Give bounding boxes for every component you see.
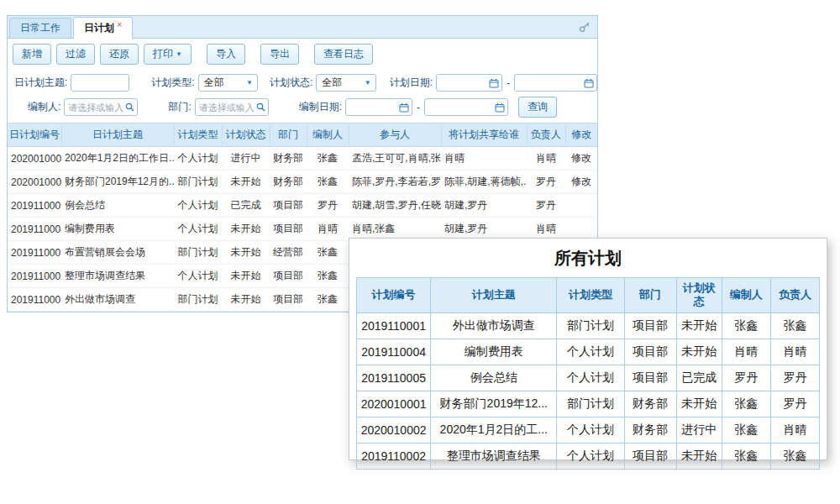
status-select[interactable]: 全部 ▼ (316, 74, 375, 92)
plan-id-link[interactable]: 2019110005 (8, 194, 61, 218)
dept-picker[interactable] (195, 98, 269, 116)
compiler-filter-label: 编制人: (28, 100, 60, 114)
tab-bar: 日常工作 日计划 × (8, 16, 597, 39)
compiler: 张鑫 (722, 443, 770, 469)
compiler: 张鑫 (722, 312, 770, 339)
plan-status: 未开始 (676, 312, 722, 339)
plan-status: 进行中 (222, 147, 270, 171)
col-header-plan-id[interactable]: 日计划编号 (8, 123, 61, 147)
plan-status: 未开始 (222, 288, 270, 312)
compile-date-from-input[interactable] (345, 98, 412, 116)
plan-id-link[interactable]: 2019110002 (8, 265, 61, 288)
col-header-modify[interactable]: 修改 (565, 123, 597, 147)
subject-filter-label: 日计划主题: (14, 76, 67, 90)
plan-type: 个人计划 (174, 265, 222, 288)
compiler: 罗丹 (307, 194, 349, 218)
caret-down-icon: ▼ (176, 51, 182, 58)
plan-type: 部门计划 (174, 288, 222, 312)
subject-input[interactable] (71, 74, 129, 92)
toolbar: 新增 过滤 还原 打印 ▼ 导入 导出 查看日志 (8, 39, 597, 69)
plan-status: 未开始 (676, 391, 722, 417)
col-header-subject[interactable]: 日计划主题 (61, 123, 174, 147)
modify-link[interactable]: 修改 (565, 171, 597, 194)
department: 项目部 (270, 218, 307, 241)
col-header-owner[interactable]: 负责人 (527, 123, 565, 147)
plan-subject-link[interactable]: 财务部门2019年12月的... (61, 171, 174, 194)
plan-subject-link[interactable]: 2020年1月2日的工作日... (61, 147, 174, 171)
plan-subject-link[interactable]: 外出做市场调查 (61, 288, 174, 312)
view-log-button[interactable]: 查看日志 (314, 44, 373, 65)
owner-link[interactable]: 肖晴 (527, 147, 565, 171)
plan-type: 个人计划 (557, 417, 624, 443)
add-button[interactable]: 新增 (13, 44, 51, 65)
plan-subject-link[interactable]: 例会总结 (61, 194, 174, 218)
col-header-status[interactable]: 计划状态 (222, 123, 270, 147)
plan-status: 未开始 (222, 171, 270, 194)
query-button[interactable]: 查询 (518, 97, 557, 118)
modify-link[interactable] (565, 194, 597, 218)
caret-down-icon: ▼ (365, 80, 371, 87)
import-button[interactable]: 导入 (207, 44, 245, 65)
key-icon[interactable] (579, 21, 591, 33)
type-select[interactable]: 全部 ▼ (198, 74, 258, 92)
compiler: 张鑫 (722, 391, 770, 417)
status-select-value: 全部 (322, 76, 342, 90)
dept-filter-label: 部门: (168, 100, 191, 114)
table-row[interactable]: 2019110005 例会总结 个人计划 已完成 项目部 罗丹 胡建,胡雪,罗丹… (8, 194, 597, 218)
filter-button[interactable]: 过滤 (56, 44, 95, 65)
compiler-picker[interactable] (64, 98, 138, 116)
table-row[interactable]: 2020010001 财务部门2019年12月的... 部门计划 未开始 财务部… (8, 171, 597, 194)
col-header-dept: 部门 (624, 278, 676, 313)
print-button[interactable]: 打印 ▼ (144, 44, 192, 65)
table-row: 2020010002 2020年1月2日的工... 个人计划 财务部 进行中 张… (357, 417, 820, 443)
modify-link[interactable]: 修改 (565, 147, 597, 171)
table-row: 2020010001 财务部门2019年12... 部门计划 财务部 未开始 张… (357, 391, 820, 417)
table-row: 2019110004 编制费用表 个人计划 项目部 未开始 肖晴 肖晴 (357, 339, 820, 365)
col-header-dept[interactable]: 部门 (270, 123, 307, 147)
compile-date-to-input[interactable] (424, 98, 508, 116)
table-row: 2019110002 整理市场调查结果 个人计划 项目部 未开始 张鑫 张鑫 (357, 443, 820, 469)
owner: 罗丹 (770, 391, 819, 417)
close-icon[interactable]: × (117, 19, 122, 29)
col-header-status: 计划状态 (676, 278, 722, 313)
plan-type: 个人计划 (557, 365, 624, 391)
plan-subject-link[interactable]: 编制费用表 (61, 218, 174, 241)
plan-id-link[interactable]: 2019110001 (8, 288, 61, 312)
owner-link[interactable]: 罗丹 (527, 194, 565, 218)
owner: 肖晴 (770, 339, 819, 365)
calendar-icon (584, 78, 594, 88)
table-row: 2019110001 外出做市场调查 部门计划 项目部 未开始 张鑫 张鑫 (357, 312, 820, 339)
plan-subject: 财务部门2019年12... (431, 391, 557, 417)
plan-type: 部门计划 (557, 391, 624, 417)
plan-id-link[interactable]: 2019110004 (8, 218, 61, 241)
col-header-shared-with[interactable]: 将计划共享给谁 (441, 123, 527, 147)
plan-type: 个人计划 (557, 339, 624, 365)
compiler: 张鑫 (722, 417, 770, 443)
compiler: 张鑫 (307, 241, 349, 265)
owner: 张鑫 (770, 443, 819, 469)
col-header-type[interactable]: 计划类型 (174, 123, 222, 147)
compiler: 张鑫 (307, 288, 349, 312)
plan-date-to-input[interactable] (514, 74, 597, 92)
owner-link[interactable]: 罗丹 (527, 171, 565, 194)
export-button[interactable]: 导出 (260, 44, 299, 65)
restore-button[interactable]: 还原 (100, 44, 139, 65)
tab-daily-plan[interactable]: 日计划 × (73, 17, 133, 39)
plan-id-link[interactable]: 2020010002 (8, 147, 61, 171)
plan-id-link[interactable]: 2020010001 (8, 171, 61, 194)
table-row[interactable]: 2020010002 2020年1月2日的工作日... 个人计划 进行中 财务部… (8, 147, 597, 171)
col-header-participants[interactable]: 参与人 (349, 123, 441, 147)
calendar-icon (399, 102, 409, 113)
plan-type: 个人计划 (174, 194, 222, 218)
plan-subject-link[interactable]: 布置营销展会会场 (61, 241, 174, 265)
plan-id: 2019110005 (357, 365, 431, 391)
search-icon (125, 102, 134, 112)
tab-daily-work[interactable]: 日常工作 (9, 18, 71, 38)
col-header-compiler[interactable]: 编制人 (307, 123, 349, 147)
table-body: 2019110001 外出做市场调查 部门计划 项目部 未开始 张鑫 张鑫 20… (357, 312, 820, 469)
plan-id-link[interactable]: 2019110003 (8, 241, 61, 265)
plan-subject-link[interactable]: 整理市场调查结果 (61, 265, 174, 288)
plan-date-from-input[interactable] (436, 74, 502, 92)
screen: 日常工作 日计划 × 新增 过滤 还原 打印 ▼ 导入 (0, 0, 840, 504)
compiler: 张鑫 (307, 147, 349, 171)
